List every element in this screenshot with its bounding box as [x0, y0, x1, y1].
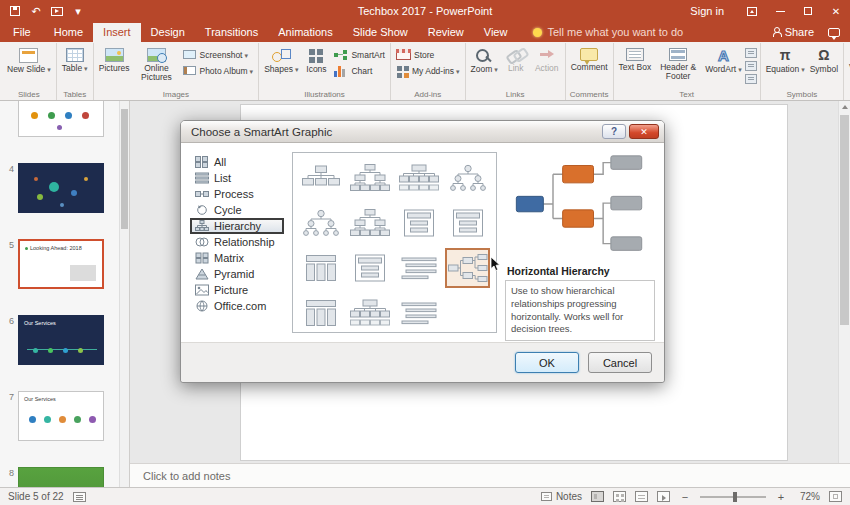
undo-button[interactable]: ↶ — [27, 2, 45, 20]
tab-design[interactable]: Design — [141, 23, 195, 42]
category-item-pyramid[interactable]: Pyramid — [190, 266, 284, 282]
category-item-hierarchy[interactable]: Hierarchy — [190, 218, 284, 234]
smartart-thumbnail[interactable] — [397, 158, 442, 198]
tab-animations[interactable]: Animations — [268, 23, 342, 42]
minimize-button[interactable] — [766, 0, 794, 22]
table-button[interactable]: Table — [60, 46, 90, 74]
date-time-icon[interactable] — [745, 48, 757, 58]
new-slide-button[interactable]: New Slide — [5, 46, 53, 75]
scrollbar-thumb[interactable] — [121, 109, 128, 229]
slide-5-thumb[interactable]: Looking Ahead: 2018 — [18, 239, 104, 289]
category-item-relationship[interactable]: Relationship — [190, 234, 284, 250]
my-addins-button[interactable]: My Add-ins — [394, 63, 462, 78]
start-from-beginning-button[interactable] — [48, 2, 66, 20]
tab-file[interactable]: File — [0, 23, 44, 42]
category-item-picture[interactable]: Picture — [190, 282, 284, 298]
smartart-thumbnail[interactable] — [348, 248, 393, 288]
ribbon-display-options-button[interactable] — [738, 0, 766, 22]
scrollbar-thumb[interactable] — [840, 115, 849, 325]
smartart-thumbnail[interactable] — [397, 293, 442, 333]
slideshow-view-button[interactable] — [657, 491, 670, 502]
slide-number-icon[interactable] — [745, 61, 757, 71]
smartart-thumbnail[interactable] — [397, 203, 442, 243]
chart-button[interactable]: Chart — [332, 63, 387, 78]
zoom-button[interactable]: Zoom — [469, 46, 500, 75]
slide-7-thumb[interactable]: Our Services — [18, 391, 104, 441]
category-item-all[interactable]: All — [190, 154, 284, 170]
smartart-thumbnail[interactable] — [299, 203, 344, 243]
sign-in-link[interactable]: Sign in — [690, 5, 724, 17]
slide-indicator[interactable]: Slide 5 of 22 — [8, 491, 64, 502]
tab-view[interactable]: View — [474, 23, 518, 42]
smartart-button[interactable]: SmartArt — [332, 47, 387, 62]
lightbulb-icon — [533, 28, 542, 37]
icons-button[interactable]: Icons — [301, 46, 331, 75]
online-pictures-button[interactable]: Online Pictures — [132, 46, 180, 84]
zoom-percentage[interactable]: 72% — [796, 491, 820, 502]
category-item-matrix[interactable]: Matrix — [190, 250, 284, 266]
slide-3-thumb[interactable] — [18, 101, 104, 137]
proofing-icon[interactable] — [73, 492, 86, 502]
dialog-close-button[interactable]: ✕ — [629, 124, 659, 139]
tell-me-box[interactable]: Tell me what you want to do — [533, 26, 683, 42]
zoom-in-button[interactable]: + — [775, 491, 787, 503]
slide-8-thumb[interactable] — [18, 467, 104, 487]
shapes-button[interactable]: Shapes — [262, 46, 300, 75]
tab-slide-show[interactable]: Slide Show — [343, 23, 418, 42]
zoom-slider[interactable] — [700, 496, 766, 498]
save-button[interactable] — [6, 2, 24, 20]
close-button[interactable]: ✕ — [822, 0, 850, 22]
photo-album-button[interactable]: Photo Album — [181, 63, 255, 78]
slide-number: 7 — [3, 391, 14, 441]
dialog-help-button[interactable]: ? — [602, 124, 626, 139]
slide-sorter-view-button[interactable] — [613, 491, 626, 502]
scroll-up-arrow[interactable] — [839, 101, 850, 113]
comments-icon[interactable] — [828, 28, 840, 37]
slide-4-thumb[interactable] — [18, 163, 104, 213]
notes-pane[interactable]: Click to add notes — [130, 463, 850, 487]
smartart-thumbnail-horizontal-hierarchy[interactable] — [445, 248, 490, 288]
normal-view-button[interactable] — [591, 491, 604, 502]
notes-toggle-button[interactable]: Notes — [541, 491, 582, 502]
maximize-button[interactable] — [794, 0, 822, 22]
smartart-thumbnail[interactable] — [299, 293, 344, 333]
zoom-slider-thumb[interactable] — [733, 492, 737, 502]
pictures-button[interactable]: Pictures — [97, 46, 132, 74]
ok-button[interactable]: OK — [515, 352, 579, 373]
symbol-button[interactable]: Ω Symbol — [808, 46, 840, 75]
reading-view-button[interactable] — [635, 491, 648, 502]
slide-6-thumb[interactable]: Our Services — [18, 315, 104, 365]
wordart-button[interactable]: A WordArt — [703, 46, 744, 75]
zoom-out-button[interactable]: − — [679, 491, 691, 503]
customize-qat-button[interactable]: ▾ — [69, 2, 87, 20]
dialog-title-bar[interactable]: Choose a SmartArt Graphic ? ✕ — [181, 121, 664, 143]
object-icon[interactable] — [745, 74, 757, 84]
header-footer-button[interactable]: Header & Footer — [654, 46, 702, 83]
tab-home[interactable]: Home — [44, 23, 93, 42]
smartart-thumbnail[interactable] — [445, 203, 490, 243]
smartart-thumbnail[interactable] — [445, 158, 490, 198]
smartart-thumbnail[interactable] — [299, 248, 344, 288]
text-box-button[interactable]: Text Box — [617, 46, 654, 73]
category-item-process[interactable]: Process — [190, 186, 284, 202]
share-button[interactable]: Share — [773, 26, 814, 38]
category-item-cycle[interactable]: Cycle — [190, 202, 284, 218]
smartart-thumbnail[interactable] — [348, 158, 393, 198]
fit-slide-to-window-button[interactable] — [829, 491, 842, 502]
tab-transitions[interactable]: Transitions — [195, 23, 268, 42]
tab-insert[interactable]: Insert — [93, 23, 141, 42]
smartart-thumbnail[interactable] — [299, 158, 344, 198]
equation-button[interactable]: π Equation — [764, 46, 807, 75]
category-item-list[interactable]: List — [190, 170, 284, 186]
main-scrollbar[interactable] — [838, 101, 850, 463]
smartart-thumbnail[interactable] — [348, 293, 393, 333]
category-item-officecom[interactable]: Office.com — [190, 298, 284, 314]
tab-review[interactable]: Review — [418, 23, 474, 42]
smartart-thumbnail[interactable] — [348, 203, 393, 243]
comment-button[interactable]: Comment — [569, 46, 610, 73]
smartart-thumbnail[interactable] — [397, 248, 442, 288]
screenshot-button[interactable]: Screenshot — [181, 47, 255, 62]
cancel-button[interactable]: Cancel — [588, 352, 652, 373]
store-button[interactable]: Store — [394, 47, 462, 62]
slide-panel-scrollbar[interactable] — [119, 101, 129, 487]
